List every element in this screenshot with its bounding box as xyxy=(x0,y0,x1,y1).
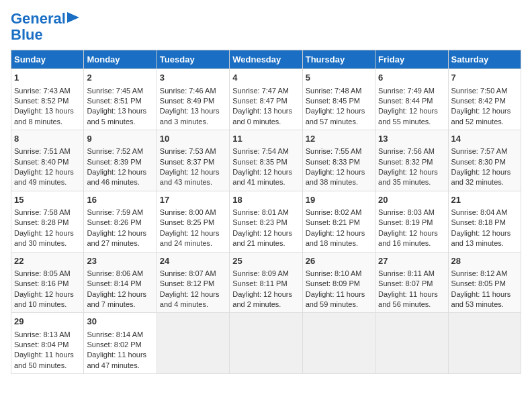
day-info-line: Sunset: 8:02 PM xyxy=(87,340,153,350)
day-info-line: Sunrise: 7:56 AM xyxy=(378,146,445,156)
day-cell: 24Sunrise: 8:07 AMSunset: 8:12 PMDayligh… xyxy=(157,252,229,313)
header-cell-wednesday: Wednesday xyxy=(230,50,302,69)
day-info-line: Sunrise: 8:00 AM xyxy=(160,208,226,218)
day-number: 17 xyxy=(160,194,226,206)
day-info-line: and 21 minutes. xyxy=(232,238,299,248)
day-info-line: Sunset: 8:19 PM xyxy=(378,218,445,228)
day-cell: 1Sunrise: 7:43 AMSunset: 8:52 PMDaylight… xyxy=(11,69,84,130)
day-number: 10 xyxy=(160,133,226,145)
page-header: General Blue xyxy=(11,11,521,43)
day-info-line: Daylight: 12 hours xyxy=(451,106,518,116)
day-info-line: Daylight: 13 hours xyxy=(14,106,81,116)
day-info-line: Daylight: 12 hours xyxy=(14,289,81,300)
day-info-line: Daylight: 11 hours xyxy=(14,350,81,360)
header-row: SundayMondayTuesdayWednesdayThursdayFrid… xyxy=(11,50,521,69)
day-number: 24 xyxy=(160,255,226,267)
logo-text: General xyxy=(11,11,66,27)
header-cell-thursday: Thursday xyxy=(302,50,375,69)
day-info-line: Daylight: 12 hours xyxy=(306,228,372,238)
day-info-line: Sunrise: 7:53 AM xyxy=(160,146,226,156)
day-info-line: Sunset: 8:09 PM xyxy=(306,279,372,289)
day-info-line: and 59 minutes. xyxy=(306,300,372,310)
day-cell: 15Sunrise: 7:58 AMSunset: 8:28 PMDayligh… xyxy=(11,191,84,252)
day-info-line: Sunrise: 7:49 AM xyxy=(378,86,445,96)
day-info-line: and 35 minutes. xyxy=(378,177,445,187)
day-info-line: Sunrise: 7:54 AM xyxy=(232,146,299,156)
day-number: 4 xyxy=(232,72,299,84)
day-info-line: Daylight: 11 hours xyxy=(87,350,153,360)
day-info-line: Sunrise: 8:02 AM xyxy=(306,208,372,218)
day-cell: 12Sunrise: 7:55 AMSunset: 8:33 PMDayligh… xyxy=(302,130,375,191)
day-info-line: Sunset: 8:37 PM xyxy=(160,157,226,167)
day-info-line: Sunrise: 8:10 AM xyxy=(306,269,372,279)
day-info-line: Daylight: 12 hours xyxy=(160,228,226,238)
day-info-line: Sunrise: 7:43 AM xyxy=(14,86,81,96)
day-info-line: Daylight: 11 hours xyxy=(451,289,518,300)
day-info-line: and 55 minutes. xyxy=(378,117,445,127)
header-cell-monday: Monday xyxy=(84,50,157,69)
day-info-line: Daylight: 12 hours xyxy=(232,228,299,238)
day-info-line: Daylight: 13 hours xyxy=(87,106,153,116)
day-info-line: Sunset: 8:47 PM xyxy=(232,96,299,106)
day-number: 2 xyxy=(87,72,153,84)
day-info-line: Daylight: 12 hours xyxy=(378,167,445,177)
day-cell: 26Sunrise: 8:10 AMSunset: 8:09 PMDayligh… xyxy=(302,252,375,313)
day-cell xyxy=(230,313,302,374)
day-info-line: Sunrise: 8:06 AM xyxy=(87,269,153,279)
day-info-line: Daylight: 12 hours xyxy=(306,167,372,177)
day-info-line: Sunset: 8:21 PM xyxy=(306,218,372,228)
day-info-line: and 52 minutes. xyxy=(451,117,518,127)
day-cell: 7Sunrise: 7:50 AMSunset: 8:42 PMDaylight… xyxy=(448,69,521,130)
day-info-line: and 16 minutes. xyxy=(378,238,445,248)
day-info-line: Sunset: 8:05 PM xyxy=(451,279,518,289)
day-cell xyxy=(157,313,229,374)
day-cell: 18Sunrise: 8:01 AMSunset: 8:23 PMDayligh… xyxy=(230,191,302,252)
day-number: 13 xyxy=(378,133,445,145)
day-info-line: Sunset: 8:42 PM xyxy=(451,96,518,106)
calendar-table: SundayMondayTuesdayWednesdayThursdayFrid… xyxy=(11,50,521,374)
day-cell xyxy=(448,313,521,374)
day-info-line: Sunrise: 8:12 AM xyxy=(451,269,518,279)
day-info-line: and 47 minutes. xyxy=(87,361,153,371)
calendar-header: SundayMondayTuesdayWednesdayThursdayFrid… xyxy=(11,50,521,69)
header-cell-saturday: Saturday xyxy=(448,50,521,69)
day-cell: 9Sunrise: 7:52 AMSunset: 8:39 PMDaylight… xyxy=(84,130,157,191)
day-info-line: Sunset: 8:49 PM xyxy=(160,96,226,106)
day-info-line: Daylight: 12 hours xyxy=(87,167,153,177)
day-info-line: Sunset: 8:45 PM xyxy=(306,96,372,106)
day-info-line: Sunrise: 7:46 AM xyxy=(160,86,226,96)
day-cell: 6Sunrise: 7:49 AMSunset: 8:44 PMDaylight… xyxy=(375,69,448,130)
day-info-line: Sunset: 8:12 PM xyxy=(160,279,226,289)
day-number: 26 xyxy=(306,255,372,267)
day-cell: 23Sunrise: 8:06 AMSunset: 8:14 PMDayligh… xyxy=(84,252,157,313)
day-info-line: Sunset: 8:52 PM xyxy=(14,96,81,106)
day-info-line: Sunrise: 8:01 AM xyxy=(232,208,299,218)
calendar-body: 1Sunrise: 7:43 AMSunset: 8:52 PMDaylight… xyxy=(11,69,521,374)
day-info-line: Daylight: 12 hours xyxy=(378,106,445,116)
day-number: 23 xyxy=(87,255,153,267)
day-info-line: and 41 minutes. xyxy=(232,177,299,187)
day-info-line: and 18 minutes. xyxy=(306,238,372,248)
day-info-line: and 53 minutes. xyxy=(451,300,518,310)
day-number: 11 xyxy=(232,133,299,145)
day-info-line: Daylight: 12 hours xyxy=(14,167,81,177)
day-info-line: Sunrise: 8:05 AM xyxy=(14,269,81,279)
day-number: 19 xyxy=(306,194,372,206)
day-cell: 21Sunrise: 8:04 AMSunset: 8:18 PMDayligh… xyxy=(448,191,521,252)
day-info-line: Sunset: 8:16 PM xyxy=(14,279,81,289)
day-info-line: Sunrise: 7:57 AM xyxy=(451,146,518,156)
day-info-line: and 4 minutes. xyxy=(160,300,226,310)
day-number: 9 xyxy=(87,133,153,145)
day-number: 30 xyxy=(87,316,153,328)
day-info-line: and 0 minutes. xyxy=(232,117,299,127)
day-cell: 30Sunrise: 8:14 AMSunset: 8:02 PMDayligh… xyxy=(84,313,157,374)
day-cell: 22Sunrise: 8:05 AMSunset: 8:16 PMDayligh… xyxy=(11,252,84,313)
day-number: 22 xyxy=(14,255,81,267)
day-cell: 3Sunrise: 7:46 AMSunset: 8:49 PMDaylight… xyxy=(157,69,229,130)
day-info-line: Sunset: 8:33 PM xyxy=(306,157,372,167)
day-cell: 10Sunrise: 7:53 AMSunset: 8:37 PMDayligh… xyxy=(157,130,229,191)
day-cell: 13Sunrise: 7:56 AMSunset: 8:32 PMDayligh… xyxy=(375,130,448,191)
day-number: 25 xyxy=(232,255,299,267)
day-number: 29 xyxy=(14,316,81,328)
day-cell xyxy=(302,313,375,374)
